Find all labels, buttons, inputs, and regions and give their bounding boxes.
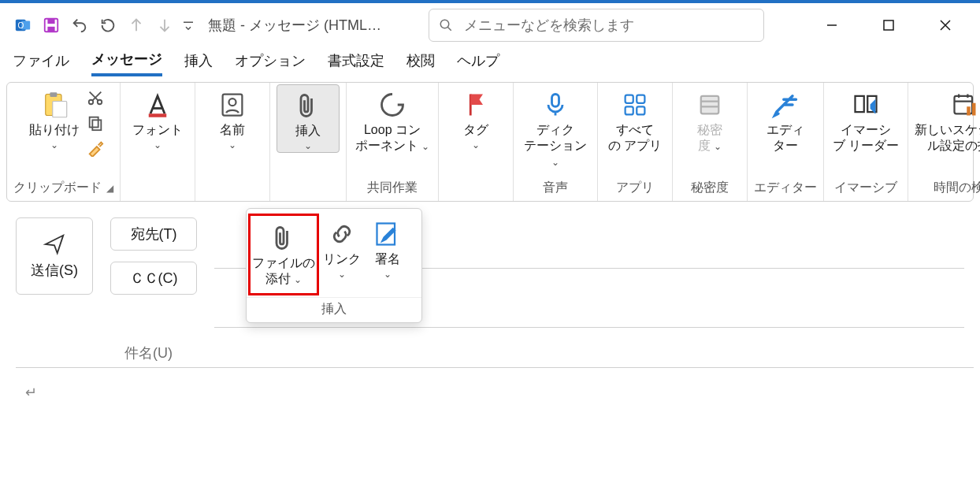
undo-button[interactable]	[68, 13, 91, 37]
signature-icon	[373, 218, 402, 250]
names-button[interactable]: 名前 ⌄	[202, 84, 263, 151]
svg-rect-26	[972, 103, 976, 116]
send-icon	[43, 232, 66, 256]
book-speaker-icon	[852, 89, 880, 121]
attach-file-button[interactable]: ファイルの添付 ⌄	[248, 214, 319, 295]
search-icon	[439, 18, 453, 32]
compose-area: 送信(S) 宛先(T) ＣＣ(C) 件名(U) ↵	[6, 211, 974, 477]
svg-rect-5	[47, 27, 54, 32]
ribbon-group-names: 名前 ⌄	[195, 83, 270, 201]
ribbon-group-findtime: 新しいスケジュール設定の投票 時間の検索	[908, 83, 980, 201]
signature-button[interactable]: 署名 ⌄	[365, 214, 410, 295]
quick-access-toolbar: O 無題 - メッセージ (HTML…	[0, 13, 381, 37]
paste-button[interactable]: 貼り付け ⌄	[24, 84, 85, 151]
svg-rect-14	[92, 120, 101, 130]
search-placeholder: メニューなどを検索します	[464, 16, 634, 35]
ribbon-group-immersive: イマーシブ リーダー イマーシブ	[824, 83, 908, 201]
ribbon: 貼り付け ⌄ クリップボード◢ フォント ⌄	[6, 82, 974, 202]
search-box[interactable]: メニューなどを検索します	[429, 9, 764, 42]
dictation-button[interactable]: ディクテーション ⌄	[520, 84, 591, 169]
subject-label: 件名(U)	[124, 344, 173, 362]
ribbon-group-tag: タグ ⌄	[439, 83, 514, 201]
font-icon	[143, 89, 172, 121]
chevron-down-icon: ⌄	[154, 139, 161, 151]
paperclip-icon	[294, 90, 322, 121]
prev-item-button[interactable]	[124, 13, 148, 37]
tab-options[interactable]: オプション	[235, 51, 306, 75]
tab-help[interactable]: ヘルプ	[457, 51, 499, 75]
outlook-icon: O	[11, 13, 35, 37]
svg-rect-15	[149, 113, 167, 117]
new-schedule-poll-button[interactable]: 新しいスケジュール設定の投票	[915, 84, 980, 154]
message-body[interactable]: ↵	[6, 368, 974, 477]
clipboard-mini-buttons	[85, 84, 104, 160]
close-button[interactable]	[926, 9, 964, 41]
tag-button[interactable]: タグ ⌄	[445, 84, 507, 151]
outlook-compose-window: O 無題 - メッセージ (HTML… メニュー	[0, 0, 980, 483]
sensitivity-icon	[696, 89, 724, 121]
tab-review[interactable]: 校閲	[406, 51, 435, 75]
chevron-down-icon: ⌄	[384, 269, 392, 281]
next-item-button[interactable]	[153, 13, 176, 37]
svg-rect-19	[625, 95, 633, 103]
paperclip-icon	[269, 222, 298, 254]
apps-grid-icon	[621, 89, 649, 121]
clipboard-icon	[40, 89, 69, 121]
tab-file[interactable]: ファイル	[13, 51, 69, 75]
ribbon-group-editor: エディター エディター	[748, 83, 824, 201]
chevron-down-icon: ⌄	[472, 139, 480, 151]
subject-field[interactable]	[187, 344, 964, 362]
ribbon-group-voice: ディクテーション ⌄ 音声	[514, 83, 598, 201]
all-apps-button[interactable]: すべての アプリ	[604, 84, 666, 154]
svg-rect-10	[52, 102, 66, 117]
chevron-down-icon: ⌄	[228, 139, 236, 151]
window-title: 無題 - メッセージ (HTML…	[208, 16, 381, 35]
svg-rect-23	[701, 96, 719, 114]
ribbon-group-clipboard: 貼り付け ⌄ クリップボード◢	[7, 83, 121, 201]
loop-components-button[interactable]: Loop コンポーネント ⌄	[353, 84, 432, 154]
cut-button[interactable]	[87, 89, 104, 110]
svg-rect-9	[50, 92, 57, 97]
qat-customize[interactable]	[181, 13, 195, 37]
ribbon-tabs: ファイル メッセージ 挿入 オプション 書式設定 校閲 ヘルプ	[0, 47, 980, 79]
svg-rect-22	[637, 106, 644, 114]
cc-button[interactable]: ＣＣ(C)	[110, 262, 197, 295]
svg-rect-20	[637, 95, 644, 103]
maximize-button[interactable]	[870, 9, 908, 41]
ribbon-group-sensitivity: 秘密度 ⌄ 秘密度	[673, 83, 748, 201]
dialog-launcher-icon[interactable]: ◢	[106, 183, 113, 194]
insert-flyout: ファイルの添付 ⌄ リンク ⌄ 署名 ⌄ 挿入	[246, 208, 422, 323]
link-button[interactable]: リンク ⌄	[319, 214, 365, 295]
ribbon-group-collaboration: Loop コンポーネント ⌄ 共同作業	[347, 83, 439, 201]
ribbon-group-font: フォント ⌄	[121, 83, 195, 201]
font-button[interactable]: フォント ⌄	[127, 84, 188, 151]
tab-message[interactable]: メッセージ	[91, 50, 162, 76]
flyout-group-label: 挿入	[247, 297, 421, 322]
send-button[interactable]: 送信(S)	[16, 217, 93, 295]
svg-rect-18	[552, 95, 559, 107]
titlebar: O 無題 - メッセージ (HTML… メニュー	[0, 3, 980, 47]
svg-point-17	[229, 98, 236, 106]
ribbon-group-apps: すべての アプリ アプリ	[598, 83, 673, 201]
copy-button[interactable]	[87, 114, 104, 135]
format-painter-button[interactable]	[87, 139, 104, 160]
editor-button[interactable]: エディター	[755, 84, 816, 154]
immersive-reader-button[interactable]: イマーシブ リーダー	[830, 84, 901, 154]
insert-button[interactable]: 挿入 ⌄	[277, 84, 340, 153]
link-icon	[328, 218, 356, 250]
editor-pen-icon	[771, 89, 800, 121]
tab-format[interactable]: 書式設定	[328, 51, 384, 75]
redo-button[interactable]	[96, 13, 120, 37]
save-button[interactable]	[39, 13, 63, 37]
svg-text:O: O	[18, 21, 24, 30]
svg-rect-25	[967, 106, 971, 115]
chevron-down-icon: ⌄	[304, 140, 312, 152]
chevron-down-icon: ⌄	[338, 269, 346, 281]
minimize-button[interactable]	[813, 9, 851, 41]
svg-rect-7	[884, 20, 893, 30]
to-button[interactable]: 宛先(T)	[110, 217, 197, 251]
tab-insert[interactable]: 挿入	[184, 51, 213, 75]
calendar-poll-icon	[951, 89, 979, 121]
svg-rect-13	[89, 117, 98, 128]
svg-point-6	[440, 20, 449, 28]
